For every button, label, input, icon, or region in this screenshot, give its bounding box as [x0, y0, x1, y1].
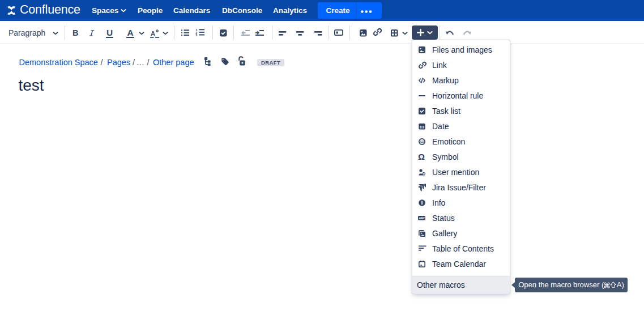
svg-text:ABC: ABC [419, 216, 425, 220]
svg-text:3: 3 [195, 33, 197, 36]
